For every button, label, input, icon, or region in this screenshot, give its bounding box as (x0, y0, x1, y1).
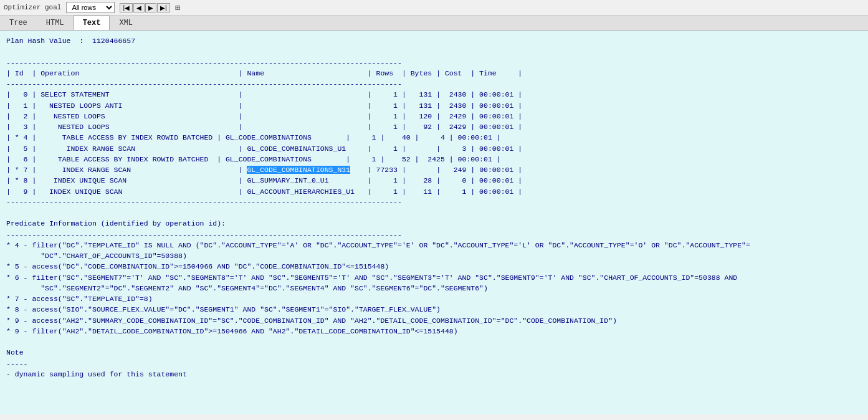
predicate-separator: ----------------------------------------… (6, 231, 402, 239)
separator3: ----------------------------------------… (6, 198, 402, 206)
row-0: | 0 | SELECT STATEMENT | | 1 | 131 | 243… (6, 90, 522, 98)
note-separator: ----- (6, 360, 28, 368)
pred-1: "DC"."CHART_OF_ACCOUNTS_ID"=50388) (6, 252, 187, 260)
optimizer-label: Optimizer goal (4, 4, 61, 11)
pred-8: * 9 - filter("AH2"."DETAIL_CODE_COMBINAT… (6, 327, 458, 335)
predicate-header: Predicate Information (identified by ope… (6, 219, 226, 227)
pred-4: "SC"."SEGMENT2"="DC"."SEGMENT2" AND "SC"… (6, 284, 488, 292)
tab-html[interactable]: HTML (37, 16, 74, 30)
pred-5: * 7 - access("SC"."TEMPLATE_ID"=8) (6, 295, 153, 303)
nav-buttons: |◀ ◀ ▶ ▶| (120, 3, 169, 12)
row-8: | * 8 | INDEX UNIQUE SCAN | GL_SUMMARY_I… (6, 176, 522, 184)
nav-prev-btn[interactable]: ◀ (133, 3, 145, 12)
row-6: | 6 | TABLE ACCESS BY INDEX ROWID BATCHE… (6, 155, 501, 163)
row-4: | * 4 | TABLE ACCESS BY INDEX ROWID BATC… (6, 133, 501, 141)
content-area[interactable]: Plan Hash Value : 1120466657 -----------… (0, 31, 868, 414)
nav-first-btn[interactable]: |◀ (120, 3, 133, 12)
grid-icon[interactable]: ⊞ (175, 2, 180, 13)
tabs: Tree HTML Text XML (0, 16, 868, 31)
pred-7: * 9 - access("AH2"."SUMMARY_CODE_COMBINA… (6, 317, 617, 325)
highlighted-cell: GL_CODE_COMBINATIONS_N31 (247, 166, 350, 174)
separator1: ----------------------------------------… (6, 59, 402, 67)
tab-tree[interactable]: Tree (0, 16, 37, 30)
pred-3: * 6 - filter("SC"."SEGMENT7"='T' AND "SC… (6, 274, 737, 282)
tab-xml[interactable]: XML (110, 16, 142, 30)
pred-2: * 5 - access("DC"."CODE_COMBINATION_ID">… (6, 262, 389, 270)
nav-last-btn[interactable]: ▶| (157, 3, 170, 12)
toolbar: Optimizer goal All rows First rows Rule … (0, 0, 868, 16)
row-7: | * 7 | INDEX RANGE SCAN | GL_CODE_COMBI… (6, 166, 522, 174)
nav-next-btn[interactable]: ▶ (145, 3, 156, 12)
optimizer-select[interactable]: All rows First rows Rule Choose (66, 2, 115, 13)
separator2: ----------------------------------------… (6, 80, 402, 88)
row-3: | 3 | NESTED LOOPS | | 1 | 92 | 2429 | 0… (6, 123, 522, 131)
pred-6: * 8 - access("SIO"."SOURCE_FLEX_VALUE"="… (6, 305, 441, 313)
note-header: Note (6, 348, 24, 356)
tab-text[interactable]: Text (74, 16, 110, 30)
pred-0: * 4 - filter("DC"."TEMPLATE_ID" IS NULL … (6, 241, 750, 249)
table-header: | Id | Operation | Name | Rows | Bytes |… (6, 69, 522, 77)
row-2: | 2 | NESTED LOOPS | | 1 | 120 | 2429 | … (6, 112, 522, 120)
note-text: - dynamic sampling used for this stateme… (6, 370, 187, 378)
row-5: | 5 | INDEX RANGE SCAN | GL_CODE_COMBINA… (6, 145, 522, 153)
row-1: | 1 | NESTED LOOPS ANTI | | 1 | 131 | 24… (6, 102, 522, 110)
row-9: | 9 | INDEX UNIQUE SCAN | GL_ACCOUNT_HIE… (6, 188, 522, 196)
plan-hash: Plan Hash Value : 1120466657 (6, 37, 135, 45)
